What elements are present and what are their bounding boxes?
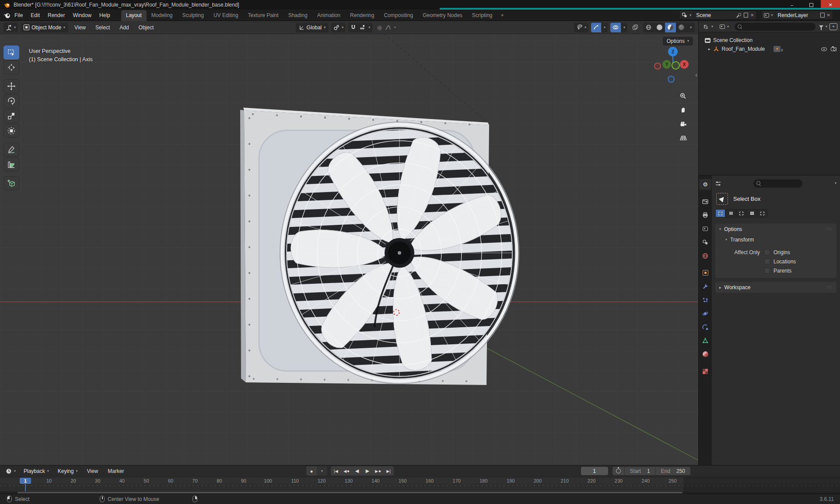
start-frame-field[interactable]: Start 1 — [625, 467, 655, 475]
selectability-visibility-button[interactable]: ▾ — [574, 23, 588, 32]
properties-search-input[interactable] — [753, 179, 802, 188]
timeline-editor-type-button[interactable]: ▾ — [4, 466, 18, 476]
falloff-curve-icon[interactable] — [385, 25, 391, 30]
viewport-options-button[interactable]: Options ▾ — [663, 37, 693, 46]
chevron-down-icon[interactable]: ▾ — [394, 26, 396, 29]
tab-particles[interactable] — [699, 294, 711, 305]
tab-physics[interactable] — [699, 308, 711, 319]
shading-wireframe-button[interactable] — [643, 23, 654, 32]
gizmos-dropdown[interactable]: ▾ — [602, 23, 608, 32]
pivot-point-selector[interactable]: ▾ — [331, 23, 346, 32]
new-layer-icon[interactable] — [820, 13, 825, 18]
tab-texture-paint[interactable]: Texture Paint — [243, 10, 284, 21]
tab-shading[interactable]: Shading — [284, 10, 312, 21]
chevron-down-icon[interactable]: ▾ — [835, 182, 836, 185]
timeline-marker-menu[interactable]: Marker — [104, 467, 127, 475]
3d-viewport[interactable]: ▾ Object Mode ▾ View Select Add Object G… — [0, 21, 698, 465]
mode-selector[interactable]: Object Mode ▾ — [21, 23, 68, 32]
use-preview-range-button[interactable] — [612, 467, 624, 475]
unlink-scene-icon[interactable]: ✕ — [750, 13, 754, 18]
chevron-down-icon[interactable]: ▾ — [826, 25, 827, 28]
tool-annotate[interactable] — [4, 143, 19, 157]
origins-checkbox[interactable] — [764, 249, 770, 255]
properties-editor-icon[interactable] — [715, 181, 721, 186]
tab-sculpting[interactable]: Sculpting — [178, 10, 209, 21]
menu-window[interactable]: Window — [69, 10, 95, 20]
viewport-menu-add[interactable]: Add — [116, 24, 132, 32]
tab-world[interactable] — [699, 250, 711, 261]
timeline-view-menu[interactable]: View — [83, 467, 102, 475]
sidebar-collapse-arrow[interactable]: ‹ — [695, 71, 697, 78]
menu-help[interactable]: Help — [95, 10, 114, 20]
menu-edit[interactable]: Edit — [27, 10, 44, 20]
gizmo-axis-y-neg[interactable] — [672, 61, 680, 70]
viewport-menu-object[interactable]: Object — [135, 24, 158, 32]
editor-type-button[interactable]: ▾ — [4, 23, 18, 32]
playback-menu[interactable]: Playback▾ — [21, 466, 52, 476]
tool-measure[interactable] — [4, 158, 19, 172]
current-frame-field[interactable]: 1 — [581, 467, 608, 475]
locations-checkbox[interactable] — [764, 259, 770, 264]
select-mode-intersect[interactable] — [757, 209, 767, 217]
gizmo-axis-x[interactable]: X — [680, 60, 689, 69]
transform-subpanel-header[interactable]: ▾ Transform — [715, 234, 836, 245]
scene-selector[interactable]: ▾ Scene ✕ — [679, 10, 756, 20]
tool-move[interactable] — [4, 79, 19, 93]
viewport-menu-select[interactable]: Select — [92, 24, 113, 32]
gizmo-axis-x-neg[interactable] — [654, 63, 661, 70]
tab-scripting[interactable]: Scripting — [467, 10, 497, 21]
options-panel-header[interactable]: ▾ Options ∷∷ — [715, 224, 836, 234]
pin-icon[interactable] — [737, 13, 742, 18]
tab-material[interactable] — [699, 349, 711, 360]
tab-modeling[interactable]: Modeling — [147, 10, 178, 21]
play-button[interactable]: ▶ — [362, 466, 373, 476]
tab-layout[interactable]: Layout — [121, 10, 147, 21]
menu-file[interactable]: File — [10, 10, 27, 20]
auto-key-dropdown[interactable]: ▾ — [317, 466, 327, 476]
viewport-camera-button[interactable] — [677, 118, 689, 130]
outliner-display-mode-button[interactable]: ▾ — [718, 22, 731, 31]
expand-arrow-icon[interactable]: ▸ — [708, 47, 710, 51]
outliner-row-scene-collection[interactable]: Scene Collection — [699, 36, 840, 45]
shading-material-preview-button[interactable] — [665, 23, 676, 32]
playhead[interactable] — [25, 483, 26, 491]
hide-viewport-icon[interactable] — [821, 47, 827, 51]
tool-cursor[interactable] — [4, 60, 19, 74]
overlays-dropdown[interactable]: ▾ — [621, 23, 627, 32]
snap-to-icon[interactable] — [359, 25, 365, 30]
jump-to-start-button[interactable]: |◀ — [331, 466, 341, 476]
select-mode-subtract[interactable] — [736, 209, 746, 217]
shading-solid-button[interactable] — [654, 23, 665, 32]
parents-checkbox[interactable] — [764, 268, 770, 273]
tab-scene[interactable] — [699, 237, 711, 248]
render-layer-selector[interactable]: ▾ RenderLayer ✕ — [761, 10, 833, 20]
gizmos-toggle[interactable] — [591, 23, 601, 32]
new-scene-icon[interactable] — [744, 13, 748, 18]
fan-object[interactable] — [0, 21, 698, 465]
remove-layer-icon[interactable]: ✕ — [827, 13, 830, 18]
transform-orientation-selector[interactable]: Global ▾ — [296, 23, 329, 32]
next-keyframe-button[interactable]: ▶◆ — [373, 466, 383, 476]
menu-render[interactable]: Render — [44, 10, 69, 20]
auto-key-button[interactable]: ● — [306, 466, 317, 476]
tool-scale[interactable] — [4, 109, 19, 123]
select-mode-invert[interactable] — [747, 209, 757, 217]
shading-dropdown[interactable]: ▾ — [687, 23, 695, 32]
prev-keyframe-button[interactable]: ◀◆ — [341, 466, 352, 476]
outliner-row-object[interactable]: ▸ Roof_Fan_Module ▼ 2 — [699, 45, 840, 53]
tab-texture[interactable] — [699, 366, 711, 377]
proportional-editing-icon[interactable]: ◎ — [377, 24, 382, 31]
workspace-panel-header[interactable]: ▸ Workspace ∷∷ — [715, 282, 836, 293]
new-collection-button[interactable]: + — [830, 23, 837, 30]
shading-rendered-button[interactable] — [676, 23, 687, 32]
tab-geometry-nodes[interactable]: Geometry Nodes — [418, 10, 467, 21]
jump-to-end-button[interactable]: ▶| — [383, 466, 394, 476]
tab-render[interactable] — [699, 196, 711, 207]
tab-object-data[interactable] — [699, 335, 711, 346]
snap-magnet-icon[interactable] — [350, 24, 356, 30]
tab-view-layer[interactable] — [699, 223, 711, 234]
gizmo-axis-z-neg[interactable] — [668, 76, 675, 83]
select-mode-extend[interactable] — [726, 209, 736, 217]
tab-rendering[interactable]: Rendering — [345, 10, 379, 21]
keying-menu[interactable]: Keying▾ — [55, 466, 81, 476]
